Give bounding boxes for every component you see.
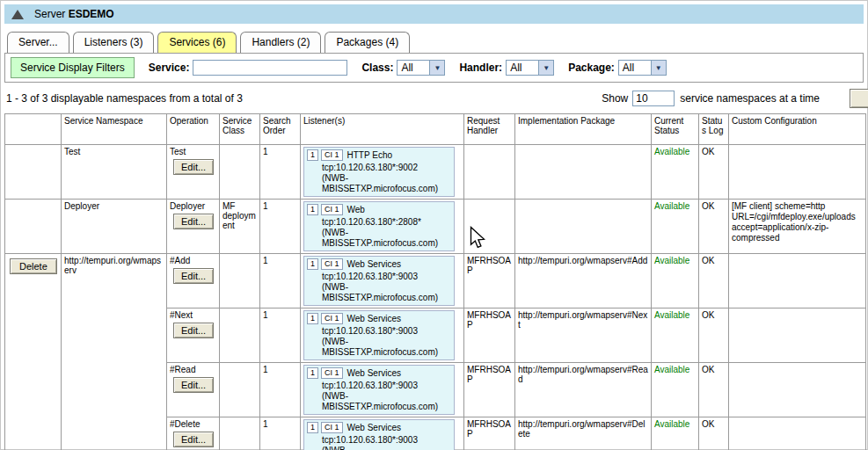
operation-cell: #Delete Edit... xyxy=(167,417,220,450)
tab-listeners[interactable]: Listeners (3) xyxy=(73,32,155,53)
listener-count-badge: 1 xyxy=(307,313,318,324)
implementation-package-cell: http://tempuri.org/wmapserv#Delete xyxy=(515,417,652,450)
edit-button[interactable]: Edit... xyxy=(173,432,214,447)
custom-configuration-cell: [MF client] scheme=http URL=/cgi/mfdeplo… xyxy=(729,200,866,254)
listener-count-badge: 1 xyxy=(307,149,318,161)
results-summary: 1 - 3 of 3 displayable namespaces from a… xyxy=(6,92,243,105)
current-status-cell: Available xyxy=(652,200,699,254)
service-class-cell xyxy=(220,363,260,417)
listener-count-badge: 1 xyxy=(307,422,318,433)
listener-address: tcp:10.120.63.180*:9003 xyxy=(322,381,451,391)
operation-name: #Add xyxy=(170,256,216,265)
operation-name: #Next xyxy=(170,310,216,320)
service-class-cell: MF deployment xyxy=(220,200,260,254)
pagination-bar: 1 - 3 of 3 displayable namespaces from a… xyxy=(6,89,862,108)
class-filter-value: All xyxy=(398,61,429,75)
listener-count-badge: 1 xyxy=(307,204,318,215)
listener-box: 1 CI 1 Web Services tcp:10.120.63.180*:9… xyxy=(303,419,455,450)
col-header-request-handler: Request Handler xyxy=(464,114,515,145)
col-header-current-status: Current Status xyxy=(652,114,699,145)
show-count-input[interactable] xyxy=(632,91,675,106)
service-namespace-cell: http://tempuri.org/wmapserv xyxy=(62,254,167,450)
server-title-prefix: Server xyxy=(34,8,65,20)
listener-box: 1 CI 1 Web Services tcp:10.120.63.180*:9… xyxy=(303,310,455,360)
custom-configuration-cell xyxy=(729,417,866,450)
listener-host: (NWB-MBISSETXP.microfocus.com) xyxy=(322,337,451,358)
col-header-status-log: Status Log xyxy=(699,114,729,145)
search-order-cell: 1 xyxy=(260,417,301,450)
operation-cell: #Next Edit... xyxy=(167,308,220,363)
request-handler-cell: MFRHSOAP xyxy=(464,417,515,450)
listener-box: 1 CI 1 Web Services tcp:10.120.63.180*:9… xyxy=(303,256,455,306)
tab-services[interactable]: Services (6) xyxy=(157,32,237,53)
operation-name: #Delete xyxy=(170,419,216,429)
operation-name: #Read xyxy=(170,365,216,374)
handler-filter-select[interactable]: All ▼ xyxy=(506,60,554,76)
current-status-cell: Available xyxy=(652,363,699,417)
service-class-cell xyxy=(220,254,260,308)
filter-bar: Service Display Filters Service: Class: … xyxy=(4,53,864,83)
listener-box: 1 CI 1 Web tcp:10.120.63.180*:2808* (NWB… xyxy=(303,201,455,251)
listeners-cell: 1 CI 1 Web Services tcp:10.120.63.180*:9… xyxy=(301,308,464,363)
listener-name: Web xyxy=(346,205,365,215)
implementation-package-cell xyxy=(515,145,652,200)
custom-configuration-cell xyxy=(729,308,866,363)
table-row: Test Test Edit... 1 1 CI 1 HTTP Echo tcp… xyxy=(5,145,866,200)
search-order-cell: 1 xyxy=(260,363,301,417)
service-class-cell xyxy=(220,417,260,450)
current-status-cell: Available xyxy=(652,308,699,363)
table-row: Delete http://tempuri.org/wmapserv #Add … xyxy=(5,254,866,308)
listener-count-badge: 1 xyxy=(307,367,318,379)
listeners-cell: 1 CI 1 Web Services tcp:10.120.63.180*:9… xyxy=(301,254,464,308)
page: Server ESDEMO Server... Listeners (3) Se… xyxy=(0,0,868,450)
table-header-row: Service Namespace Operation Service Clas… xyxy=(5,114,866,145)
col-header-search-order: Search Order xyxy=(260,114,301,145)
row-action-cell: Delete xyxy=(5,254,62,450)
package-filter-select[interactable]: All ▼ xyxy=(618,60,667,76)
delete-button[interactable]: Delete xyxy=(10,258,57,274)
listener-box: 1 CI 1 Web Services tcp:10.120.63.180*:9… xyxy=(303,365,455,415)
listener-host: (NWB-MBISSETXP.microfocus.com) xyxy=(322,228,451,249)
truncated-button[interactable] xyxy=(850,89,868,108)
edit-button[interactable]: Edit... xyxy=(173,377,214,393)
service-namespace-cell: Deployer xyxy=(62,200,167,254)
listener-name: Web Services xyxy=(346,259,402,270)
operation-name: Test xyxy=(170,147,216,156)
status-log-cell: OK xyxy=(699,417,729,450)
custom-configuration-cell xyxy=(729,145,866,200)
listeners-cell: 1 CI 1 Web Services tcp:10.120.63.180*:9… xyxy=(301,417,464,450)
row-action-cell xyxy=(5,145,62,200)
operation-cell: #Read Edit... xyxy=(167,363,220,417)
listener-host: (NWB-MBISSETXP.microfocus.com) xyxy=(322,282,451,303)
listeners-cell: 1 CI 1 Web Services tcp:10.120.63.180*:9… xyxy=(301,363,464,417)
edit-button[interactable]: Edit... xyxy=(173,159,214,175)
collapse-triangle-icon[interactable] xyxy=(11,10,24,19)
show-label: Show xyxy=(602,92,628,105)
dropdown-arrow-icon: ▼ xyxy=(429,61,444,75)
listener-ci-badge: CI 1 xyxy=(321,149,343,161)
request-handler-cell xyxy=(464,200,515,254)
col-header-operation: Operation xyxy=(167,114,220,145)
current-status-cell: Available xyxy=(652,254,699,308)
listener-ci-badge: CI 1 xyxy=(321,204,343,215)
col-header-actions xyxy=(5,114,62,145)
operation-cell: Test Edit... xyxy=(167,145,220,200)
edit-button[interactable]: Edit... xyxy=(173,268,214,284)
current-status-cell: Available xyxy=(652,145,699,200)
tab-handlers[interactable]: Handlers (2) xyxy=(240,32,321,53)
col-header-service-class: Service Class xyxy=(220,114,260,145)
listener-count-badge: 1 xyxy=(307,258,318,270)
edit-button[interactable]: Edit... xyxy=(173,323,214,338)
request-handler-cell: MFRHSOAP xyxy=(464,254,515,308)
request-handler-cell xyxy=(464,145,515,200)
tab-packages[interactable]: Packages (4) xyxy=(325,32,410,53)
service-display-filters-label: Service Display Filters xyxy=(11,57,135,78)
status-log-cell: OK xyxy=(699,308,729,363)
tab-server[interactable]: Server... xyxy=(7,32,69,53)
listener-address: tcp:10.120.63.180*:9003 xyxy=(322,326,451,337)
service-filter-input[interactable] xyxy=(193,60,347,76)
listener-ci-badge: CI 1 xyxy=(321,367,343,379)
class-filter-select[interactable]: All ▼ xyxy=(397,60,445,76)
status-log-cell: OK xyxy=(699,200,729,254)
edit-button[interactable]: Edit... xyxy=(173,214,214,229)
